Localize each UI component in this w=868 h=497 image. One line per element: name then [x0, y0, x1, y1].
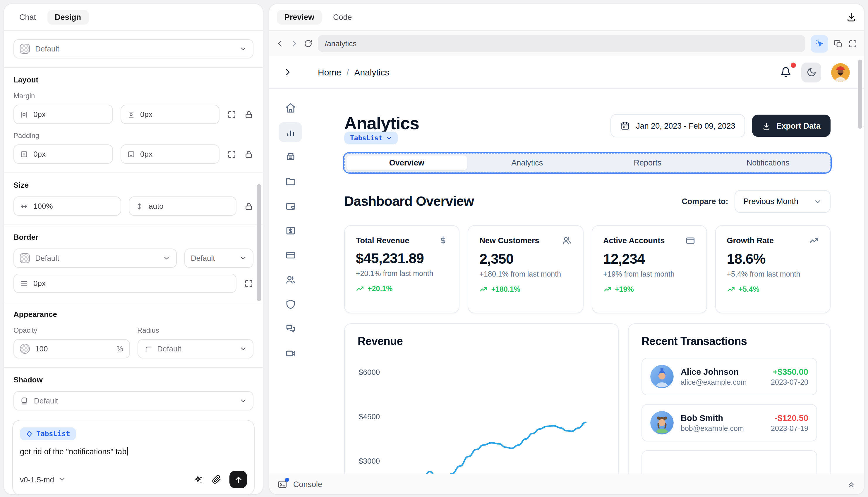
expand-values-icon[interactable]	[244, 279, 253, 288]
inspect-cursor-icon	[814, 39, 824, 48]
trending-up-icon	[809, 236, 819, 245]
chevrons-up-icon[interactable]	[847, 480, 856, 488]
refresh-icon[interactable]	[304, 39, 313, 48]
radius-select[interactable]: Default	[137, 339, 253, 358]
user-avatar[interactable]	[831, 63, 850, 82]
sidebar-item-billing-icon[interactable]	[279, 221, 302, 240]
border-color-select[interactable]: Default	[13, 248, 177, 268]
margin-x-input[interactable]: 0px	[13, 105, 113, 124]
model-select[interactable]: v0-1.5-md	[20, 475, 65, 484]
theme-toggle-button[interactable]	[801, 62, 821, 82]
height-input[interactable]: auto	[129, 197, 236, 216]
transparent-swatch-icon	[20, 253, 30, 263]
notifications-bell-icon[interactable]	[780, 67, 791, 78]
export-data-button[interactable]: Export Data	[752, 115, 830, 137]
sidebar-toggle-icon[interactable]	[283, 68, 292, 76]
tab-analytics[interactable]: Analytics	[467, 156, 588, 170]
sidebar-item-folder-icon[interactable]	[279, 171, 302, 191]
section-title: Dashboard Overview	[344, 194, 474, 209]
border-width-input[interactable]: 0px	[13, 274, 236, 293]
margin-horizontal-icon	[20, 110, 28, 118]
sidebar-item-security-icon[interactable]	[279, 294, 302, 314]
sidebar-item-cards-icon[interactable]	[279, 245, 302, 265]
opacity-label: Opacity	[13, 326, 130, 335]
users-icon	[562, 236, 571, 245]
border-style-select[interactable]: Default	[184, 248, 253, 268]
paperclip-icon[interactable]	[212, 475, 221, 484]
forward-icon[interactable]	[290, 39, 299, 48]
inspect-button[interactable]	[811, 35, 828, 52]
date-range-picker[interactable]: Jan 20, 2023 - Feb 09, 2023	[610, 114, 745, 138]
padding-y-input[interactable]: 0px	[120, 144, 220, 164]
url-input[interactable]: /analytics	[318, 35, 805, 52]
send-button[interactable]	[230, 471, 247, 488]
tab-code[interactable]: Code	[326, 10, 360, 25]
right-panel-scrollbar[interactable]	[858, 60, 862, 129]
lock-icon[interactable]	[244, 110, 253, 119]
sidebar-item-wallet-icon[interactable]	[279, 196, 302, 216]
tabs-list: Overview Analytics Reports Notifications	[344, 153, 830, 172]
opacity-swatch-icon	[20, 344, 30, 354]
compare-select[interactable]: Previous Month	[734, 190, 830, 213]
transactions-title: Recent Transactions	[642, 335, 817, 348]
transaction-date: 2023-07-19	[771, 424, 808, 432]
sidebar-item-video-icon[interactable]	[279, 343, 302, 363]
margin-y-input[interactable]: 0px	[120, 105, 220, 124]
transaction-row[interactable]: Alice Johnson alice@example.com +$350.00…	[642, 358, 817, 395]
transactions-list: Alice Johnson alice@example.com +$350.00…	[642, 358, 817, 487]
shadow-icon	[20, 396, 29, 405]
width-input[interactable]: 100%	[13, 197, 121, 216]
transaction-row[interactable]: Bob Smith bob@example.com -$120.50 2023-…	[642, 404, 817, 441]
width-arrows-icon	[20, 202, 28, 210]
browser-toolbar: /analytics	[269, 30, 864, 57]
console-bar[interactable]: Console	[269, 473, 864, 494]
sidebar-item-messages-icon[interactable]	[279, 319, 302, 339]
divider	[4, 172, 263, 173]
copy-icon[interactable]	[833, 39, 843, 48]
shadow-select[interactable]: Default	[13, 391, 253, 410]
sidebar-item-analytics-icon[interactable]	[279, 122, 302, 142]
transparent-swatch-icon	[20, 44, 30, 54]
sidebar-item-users-icon[interactable]	[279, 270, 302, 289]
sparkles-icon[interactable]	[194, 474, 204, 484]
lock-icon[interactable]	[244, 201, 253, 211]
app-sidebar	[269, 89, 312, 494]
tab-design[interactable]: Design	[47, 10, 89, 25]
expand-values-icon[interactable]	[227, 150, 236, 159]
avatar	[650, 411, 674, 435]
trending-up-icon	[603, 285, 611, 294]
radius-label: Radius	[137, 326, 253, 335]
breadcrumb-current: Analytics	[354, 67, 389, 77]
margin-label: Margin	[13, 92, 253, 100]
tab-overview[interactable]: Overview	[346, 156, 467, 170]
breadcrumb-home[interactable]: Home	[318, 67, 341, 77]
download-icon[interactable]	[846, 12, 856, 22]
revenue-line-chart: $6000 $4500 $3000	[358, 350, 605, 494]
sidebar-item-invoices-icon[interactable]	[279, 147, 302, 167]
tab-preview[interactable]: Preview	[277, 10, 322, 25]
tab-notifications[interactable]: Notifications	[708, 156, 828, 170]
component-style-select[interactable]: Default	[13, 39, 253, 58]
component-diamond-icon	[26, 430, 33, 437]
border-width-icon	[20, 279, 28, 287]
composer-input[interactable]: get rid of the "notifications" tab	[20, 447, 247, 458]
selected-component-chip[interactable]: TabsList	[20, 427, 76, 440]
left-panel-scrollbar[interactable]	[257, 184, 261, 301]
chevron-down-icon	[239, 254, 247, 262]
compare-label: Compare to:	[681, 197, 728, 206]
margin-vertical-icon	[127, 110, 135, 118]
padding-label: Padding	[13, 131, 253, 140]
padding-x-input[interactable]: 0px	[13, 144, 113, 164]
selection-badge[interactable]: TabsList	[344, 131, 398, 144]
tab-chat[interactable]: Chat	[12, 10, 44, 25]
opacity-input[interactable]: 100 %	[13, 339, 130, 358]
design-panel-header: Chat Design	[4, 4, 263, 31]
tab-reports[interactable]: Reports	[587, 156, 708, 170]
revenue-chart-card: Revenue $6000 $4500 $3000	[344, 323, 619, 494]
sidebar-item-home-icon[interactable]	[279, 98, 302, 117]
back-icon[interactable]	[276, 39, 285, 48]
lock-icon[interactable]	[244, 150, 253, 159]
expand-values-icon[interactable]	[227, 110, 236, 119]
fullscreen-icon[interactable]	[848, 39, 857, 48]
chat-composer[interactable]: TabsList get rid of the "notifications" …	[12, 420, 254, 495]
